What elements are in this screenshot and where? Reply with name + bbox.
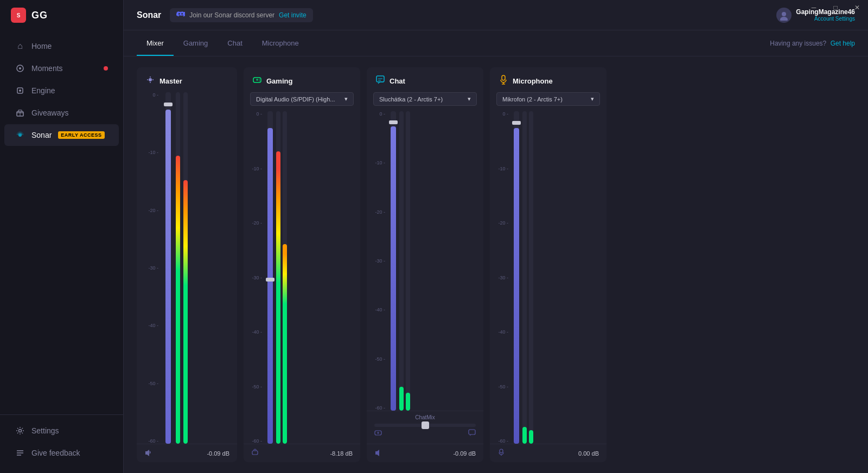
master-scale: 0 - -10 - -20 - -30 - -40 - -50 - -60 - (145, 92, 161, 444)
minimize-button[interactable]: ─ (803, 0, 825, 15)
microphone-device-select[interactable]: Mikrofon (2 - Arctis 7+) ▾ (496, 92, 600, 106)
settings-icon (15, 426, 25, 436)
chatmix-icons (374, 429, 476, 438)
microphone-panel-footer: 0.00 dB (490, 444, 607, 462)
sidebar-item-settings[interactable]: Settings (4, 420, 119, 442)
master-vu-bar1 (176, 92, 180, 444)
chat-vu-col1 (399, 111, 404, 411)
chat-volume-handle[interactable] (389, 120, 398, 124)
chat-panel-header: Chat (367, 67, 483, 92)
home-icon: ⌂ (15, 41, 25, 51)
microphone-vu-col2 (529, 111, 533, 444)
gaming-vu-bar1 (276, 111, 280, 444)
svg-point-13 (782, 12, 786, 16)
svg-point-3 (19, 67, 21, 69)
sidebar-item-home[interactable]: ⌂ Home (4, 35, 119, 57)
gaming-scale: 0 - -10 - -20 - -30 - -40 - -50 - -60 - (249, 111, 264, 444)
tab-microphone[interactable]: Microphone (252, 31, 309, 56)
gaming-panel: Gaming Digital Audio (S/PDIF) (High... ▾… (244, 67, 360, 462)
microphone-panel: Microphone Mikrofon (2 - Arctis 7+) ▾ 0 … (490, 67, 607, 462)
gaming-volume-track[interactable] (267, 111, 273, 444)
tab-mixer[interactable]: Mixer (137, 31, 174, 56)
tab-chat[interactable]: Chat (218, 31, 252, 56)
microphone-volume-handle[interactable] (512, 121, 521, 125)
sidebar: S GG ⌂ Home Moments Engine Giveaways (0, 0, 124, 473)
close-button[interactable]: ✕ (846, 0, 868, 15)
gaming-device-chevron: ▾ (344, 95, 348, 103)
microphone-device-chevron: ▾ (591, 95, 594, 103)
microphone-fader-col (513, 111, 520, 444)
maximize-button[interactable]: □ (825, 0, 846, 15)
svg-rect-29 (502, 75, 505, 80)
gaming-fader-area: 0 - -10 - -20 - -30 - -40 - -50 - -60 - (244, 111, 360, 444)
app-logo-text: GG (31, 10, 48, 21)
chatmix-handle[interactable] (422, 421, 429, 429)
gaming-panel-header: Gaming (244, 67, 360, 92)
svg-point-20 (259, 80, 260, 81)
chatmix-bar[interactable] (374, 424, 476, 427)
chat-panel-title: Chat (390, 77, 405, 85)
moments-icon (15, 63, 25, 73)
microphone-mute-button[interactable] (497, 449, 505, 458)
microphone-vu-col1 (522, 111, 527, 444)
discord-invite-link[interactable]: Get invite (279, 11, 307, 19)
sidebar-item-home-label: Home (31, 42, 52, 50)
discord-text: Join our Sonar discord server (189, 11, 275, 19)
moments-notification-badge (104, 66, 108, 71)
master-panel: Master 0 - -10 - -20 - -30 - -40 - -50 -… (137, 67, 237, 462)
account-settings-link[interactable]: Account Settings (796, 16, 855, 22)
feedback-icon (15, 448, 25, 458)
chatmix-gaming-icon (374, 429, 382, 438)
sidebar-nav: ⌂ Home Moments Engine Giveaways (0, 30, 123, 414)
chat-volume-track[interactable] (391, 111, 396, 411)
chat-db-value: -0.09 dB (453, 450, 476, 457)
topbar: Sonar Join our Sonar discord server Get … (124, 0, 868, 30)
gaming-db-value: -8.18 dB (330, 450, 353, 457)
gaming-icon (252, 75, 262, 87)
chat-device-label: Sluchátka (2 - Arctis 7+) (379, 96, 443, 103)
sidebar-item-feedback[interactable]: Give feedback (4, 442, 119, 464)
microphone-volume-track[interactable] (514, 111, 519, 444)
master-volume-track[interactable] (165, 92, 171, 444)
topbar-left: Sonar Join our Sonar discord server Get … (137, 8, 313, 22)
microphone-scale: 0 - -10 - -20 - -30 - -40 - -50 - -60 - (495, 111, 510, 444)
gaming-device-select[interactable]: Digital Audio (S/PDIF) (High... ▾ (250, 92, 354, 106)
discord-banner: Join our Sonar discord server Get invite (170, 8, 312, 22)
gaming-mute-button[interactable] (251, 449, 259, 458)
chat-vu-bar2 (406, 111, 410, 411)
microphone-panel-title: Microphone (513, 77, 553, 85)
sidebar-item-moments[interactable]: Moments (4, 57, 119, 79)
microphone-fader-area: 0 - -10 - -20 - -30 - -40 - -50 - -60 - (490, 111, 607, 444)
master-fader-area: 0 - -10 - -20 - -30 - -40 - -50 - -60 - (137, 92, 237, 444)
get-help-link[interactable]: Get help (831, 40, 855, 47)
gaming-volume-handle[interactable] (266, 278, 275, 282)
microphone-device-label: Mikrofon (2 - Arctis 7+) (502, 96, 563, 103)
sidebar-item-sonar[interactable]: Sonar EARLY ACCESS (4, 124, 119, 146)
giveaways-icon (15, 108, 25, 118)
master-mute-button[interactable] (144, 449, 152, 458)
tab-gaming[interactable]: Gaming (174, 31, 218, 56)
svg-point-7 (18, 133, 22, 137)
chat-fader-area: 0 - -10 - -20 - -30 - -40 - -50 - -60 - (367, 111, 483, 411)
sidebar-item-feedback-label: Give feedback (31, 449, 80, 457)
chat-vu-col2 (406, 111, 410, 411)
window-controls: ─ □ ✕ (803, 0, 868, 15)
sidebar-item-moments-label: Moments (31, 64, 63, 73)
microphone-vu-bar1 (522, 111, 527, 444)
svg-text:S: S (17, 12, 21, 18)
engine-icon (15, 86, 25, 95)
master-volume-handle[interactable] (164, 103, 173, 106)
master-vu-col1 (176, 92, 180, 444)
chatmix-chat-icon (468, 429, 476, 438)
gaming-vu-col1 (276, 111, 280, 444)
sidebar-item-giveaways[interactable]: Giveaways (4, 102, 119, 124)
sidebar-item-engine[interactable]: Engine (4, 80, 119, 101)
mixer-area: Master 0 - -10 - -20 - -30 - -40 - -50 -… (124, 56, 868, 473)
sonar-icon (15, 130, 25, 140)
microphone-panel-header: Microphone (490, 67, 607, 92)
chat-mute-button[interactable] (374, 449, 382, 458)
chatmix-label: ChatMix (374, 414, 476, 420)
chat-device-select[interactable]: Sluchátka (2 - Arctis 7+) ▾ (373, 92, 477, 106)
chat-panel-footer: -0.09 dB (367, 444, 483, 462)
chat-scale: 0 - -10 - -20 - -30 - -40 - -50 - -60 - (372, 111, 387, 411)
